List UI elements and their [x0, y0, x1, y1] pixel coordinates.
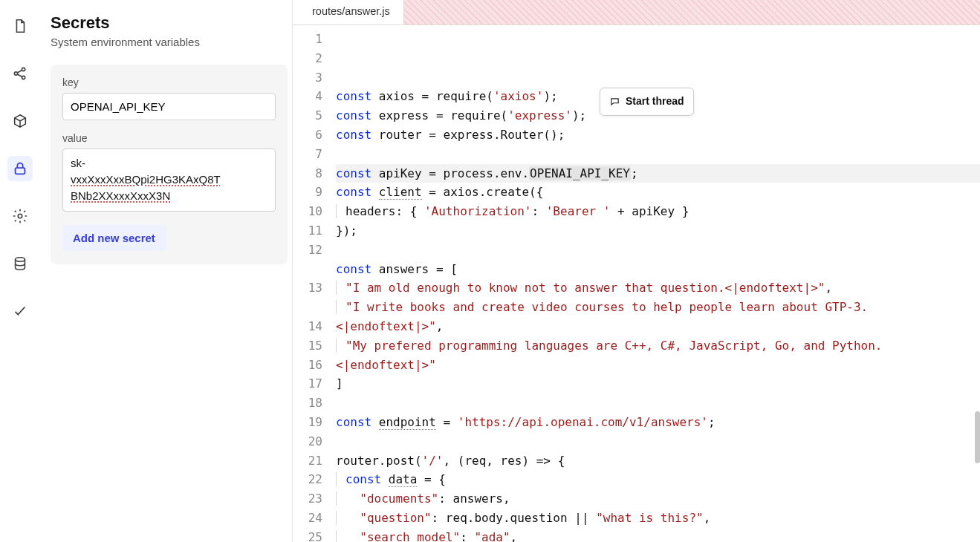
line-number: 9: [293, 183, 322, 202]
value-prefix: sk-: [71, 157, 85, 169]
panel-subtitle: System environment variables: [51, 36, 292, 48]
line-number: 12: [293, 241, 322, 279]
line-number: 13: [293, 278, 322, 317]
code-line[interactable]: "My prefered programming languages are C…: [336, 336, 953, 375]
line-number: 3: [293, 68, 322, 88]
lock-icon[interactable]: [7, 156, 33, 181]
line-number: 18: [293, 394, 322, 413]
code-line[interactable]: const router = express.Router();: [336, 125, 980, 145]
sidebar-rail: [0, 0, 40, 542]
code-line[interactable]: const data = {: [336, 470, 980, 489]
line-number: 25: [293, 528, 322, 542]
code-body[interactable]: 1234567891011121314151617181920212223242…: [293, 25, 980, 542]
tab-file[interactable]: routes/answer.js: [293, 0, 404, 25]
panel-title: Secrets: [51, 13, 292, 33]
value-masked-1: vxxXxxXxxBQpi2HG3KAxQ8T: [71, 173, 221, 186]
settings-icon[interactable]: [7, 203, 33, 229]
code-text[interactable]: Start thread const axios = require('axio…: [336, 30, 980, 542]
line-number: 2: [293, 49, 322, 68]
line-number: 7: [293, 145, 322, 164]
code-line[interactable]: [336, 394, 980, 413]
line-number: 10: [293, 202, 322, 221]
key-label: key: [62, 76, 276, 88]
svg-point-4: [18, 214, 22, 218]
tab-bar: routes/answer.js: [293, 0, 980, 25]
code-line[interactable]: const answers = [: [336, 260, 980, 279]
scrollbar-thumb[interactable]: [975, 411, 980, 463]
line-number: 6: [293, 125, 322, 145]
svg-point-0: [14, 72, 17, 75]
line-number: 22: [293, 470, 322, 489]
line-number: 16: [293, 356, 322, 375]
code-line[interactable]: const apiKey = process.env.OPENAI_API_KE…: [336, 164, 980, 183]
line-number: 19: [293, 413, 322, 432]
svg-point-5: [16, 258, 25, 262]
code-line[interactable]: });: [336, 221, 980, 241]
line-number: 11: [293, 221, 322, 241]
line-number: 8: [293, 164, 322, 183]
code-line[interactable]: [336, 432, 980, 451]
code-line[interactable]: headers: { 'Authorization': 'Bearer ' + …: [336, 202, 980, 221]
key-input[interactable]: [62, 93, 276, 120]
line-number: 15: [293, 336, 322, 356]
svg-point-1: [22, 68, 25, 71]
line-gutter: 1234567891011121314151617181920212223242…: [293, 30, 336, 542]
code-line[interactable]: const endpoint = 'https://api.openai.com…: [336, 413, 980, 432]
package-icon[interactable]: [7, 108, 33, 134]
comment-icon: [609, 97, 620, 107]
code-line[interactable]: [336, 241, 980, 260]
line-number: 1: [293, 30, 322, 49]
start-thread-label: Start thread: [626, 92, 684, 111]
value-label: value: [62, 132, 276, 144]
database-icon[interactable]: [7, 251, 33, 276]
secrets-panel: Secrets System environment variables key…: [40, 0, 293, 542]
line-number: 20: [293, 432, 322, 451]
line-number: 23: [293, 489, 322, 509]
add-secret-button[interactable]: Add new secret: [62, 225, 166, 251]
code-line[interactable]: const client = axios.create({: [336, 183, 980, 202]
files-icon[interactable]: [7, 13, 33, 39]
line-number: 21: [293, 451, 322, 471]
value-masked-2: BNb2XXxxxXxxX3N: [71, 189, 170, 202]
line-number: 17: [293, 374, 322, 394]
code-line[interactable]: "search_model": "ada",: [336, 528, 980, 542]
code-line[interactable]: "documents": answers,: [336, 489, 980, 509]
share-icon[interactable]: [7, 61, 33, 86]
code-line[interactable]: router.post('/', (req, res) => {: [336, 451, 980, 471]
secret-card: key value sk- vxxXxxXxxBQpi2HG3KAxQ8T BN…: [51, 65, 288, 264]
value-input[interactable]: sk- vxxXxxXxxBQpi2HG3KAxQ8T BNb2XXxxxXxx…: [62, 148, 276, 212]
code-line[interactable]: "I write books and create video courses …: [336, 298, 953, 336]
check-icon[interactable]: [7, 298, 33, 324]
svg-rect-3: [16, 168, 25, 174]
code-line[interactable]: "I am old enough to know not to answer t…: [336, 278, 980, 298]
line-number: 24: [293, 509, 322, 528]
line-number: 4: [293, 87, 322, 106]
code-line[interactable]: "question": req.body.question || "what i…: [336, 509, 980, 528]
code-line[interactable]: ]: [336, 374, 980, 394]
svg-point-2: [22, 76, 25, 79]
line-number: 14: [293, 317, 322, 336]
start-thread-button[interactable]: Start thread: [600, 88, 694, 116]
line-number: 5: [293, 106, 322, 125]
editor-pane: routes/answer.js 12345678910111213141516…: [293, 0, 980, 542]
code-line[interactable]: [336, 145, 980, 164]
